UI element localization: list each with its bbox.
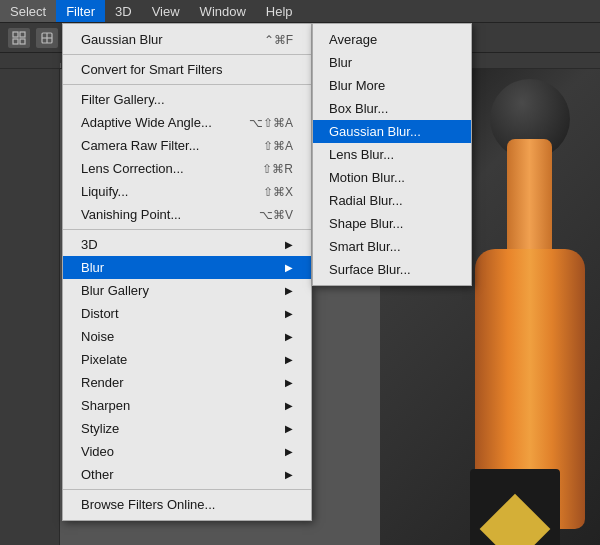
filter-menu-item-render-label: Render: [81, 375, 124, 390]
filter-menu-item-convert-smart-label: Convert for Smart Filters: [81, 62, 223, 77]
blur-submenu-item-motion-blur[interactable]: Motion Blur...: [313, 166, 471, 189]
bottle-label: [470, 469, 560, 545]
filter-menu-item-vanishing-point[interactable]: Vanishing Point... ⌥⌘V: [63, 203, 311, 226]
filter-menu-item-stylize[interactable]: Stylize ▶: [63, 417, 311, 440]
filter-menu-item-convert-smart[interactable]: Convert for Smart Filters: [63, 58, 311, 81]
filter-menu-item-other-label: Other: [81, 467, 114, 482]
filter-menu-item-lens-correction-shortcut: ⇧⌘R: [262, 162, 293, 176]
menubar: Select Filter 3D View Window Help: [0, 0, 600, 23]
filter-menu-item-distort-label: Distort: [81, 306, 119, 321]
filter-menu-item-pixelate[interactable]: Pixelate ▶: [63, 348, 311, 371]
filter-menu-item-blur-gallery-arrow: ▶: [285, 285, 293, 296]
filter-menu-item-browse-filters-label: Browse Filters Online...: [81, 497, 215, 512]
bottle-body: [475, 249, 585, 529]
filter-menu-item-camera-raw-shortcut: ⇧⌘A: [263, 139, 293, 153]
filter-menu-item-noise-arrow: ▶: [285, 331, 293, 342]
filter-menu-item-adaptive-wide-shortcut: ⌥⇧⌘A: [249, 116, 293, 130]
blur-submenu: Average Blur Blur More Box Blur... Gauss…: [312, 23, 472, 286]
blur-submenu-item-blur-label: Blur: [329, 55, 352, 70]
filter-menu-item-adaptive-wide-label: Adaptive Wide Angle...: [81, 115, 212, 130]
filter-menu-item-adaptive-wide[interactable]: Adaptive Wide Angle... ⌥⇧⌘A: [63, 111, 311, 134]
blur-submenu-item-radial-blur[interactable]: Radial Blur...: [313, 189, 471, 212]
menu-separator-4: [63, 489, 311, 490]
filter-menu-item-render[interactable]: Render ▶: [63, 371, 311, 394]
filter-menu-item-3d-arrow: ▶: [285, 239, 293, 250]
svg-rect-3: [20, 39, 25, 44]
filter-menu-item-camera-raw-label: Camera Raw Filter...: [81, 138, 199, 153]
filter-menu-item-vanishing-point-label: Vanishing Point...: [81, 207, 181, 222]
blur-submenu-item-lens-blur[interactable]: Lens Blur...: [313, 143, 471, 166]
filter-menu-item-sharpen-arrow: ▶: [285, 400, 293, 411]
filter-menu-item-blur-label: Blur: [81, 260, 104, 275]
blur-submenu-item-smart-blur[interactable]: Smart Blur...: [313, 235, 471, 258]
blur-submenu-item-surface-blur-label: Surface Blur...: [329, 262, 411, 277]
filter-menu-item-3d[interactable]: 3D ▶: [63, 233, 311, 256]
filter-menu-item-render-arrow: ▶: [285, 377, 293, 388]
filter-menu-item-liquify-shortcut: ⇧⌘X: [263, 185, 293, 199]
filter-menu-item-vanishing-point-shortcut: ⌥⌘V: [259, 208, 293, 222]
filter-menu-item-video-label: Video: [81, 444, 114, 459]
menubar-item-3d[interactable]: 3D: [105, 0, 142, 22]
menu-separator-2: [63, 84, 311, 85]
filter-menu-item-other-arrow: ▶: [285, 469, 293, 480]
filter-menu-item-distort-arrow: ▶: [285, 308, 293, 319]
filter-menu-item-lens-correction[interactable]: Lens Correction... ⇧⌘R: [63, 157, 311, 180]
blur-submenu-item-blur[interactable]: Blur: [313, 51, 471, 74]
blur-submenu-item-lens-blur-label: Lens Blur...: [329, 147, 394, 162]
blur-submenu-item-blur-more[interactable]: Blur More: [313, 74, 471, 97]
blur-submenu-item-average[interactable]: Average: [313, 28, 471, 51]
filter-menu-item-liquify-label: Liquify...: [81, 184, 128, 199]
menubar-item-select[interactable]: Select: [0, 0, 56, 22]
filter-menu-item-blur-arrow: ▶: [285, 262, 293, 273]
svg-rect-0: [13, 32, 18, 37]
menu-separator-3: [63, 229, 311, 230]
filter-menu-item-noise[interactable]: Noise ▶: [63, 325, 311, 348]
blur-submenu-item-shape-blur-label: Shape Blur...: [329, 216, 403, 231]
filter-menu-item-browse-filters[interactable]: Browse Filters Online...: [63, 493, 311, 516]
filter-menu-item-3d-label: 3D: [81, 237, 98, 252]
filter-menu-item-lens-correction-label: Lens Correction...: [81, 161, 184, 176]
filter-menu-item-stylize-arrow: ▶: [285, 423, 293, 434]
filter-menu-item-noise-label: Noise: [81, 329, 114, 344]
filter-menu-item-video-arrow: ▶: [285, 446, 293, 457]
blur-submenu-item-gaussian-blur-label: Gaussian Blur...: [329, 124, 421, 139]
toolbar-icon-1[interactable]: [8, 28, 30, 48]
filter-menu-item-gaussian-blur-last-label: Gaussian Blur: [81, 32, 163, 47]
filter-menu-item-distort[interactable]: Distort ▶: [63, 302, 311, 325]
blur-submenu-item-box-blur[interactable]: Box Blur...: [313, 97, 471, 120]
svg-rect-2: [13, 39, 18, 44]
filter-menu-item-filter-gallery[interactable]: Filter Gallery...: [63, 88, 311, 111]
filter-menu-item-video[interactable]: Video ▶: [63, 440, 311, 463]
menubar-item-view[interactable]: View: [142, 0, 190, 22]
filter-menu: Gaussian Blur ⌃⌘F Convert for Smart Filt…: [62, 23, 312, 521]
blur-submenu-item-motion-blur-label: Motion Blur...: [329, 170, 405, 185]
menubar-item-help[interactable]: Help: [256, 0, 303, 22]
bottle-label-diamond: [480, 494, 551, 545]
left-panel: [0, 69, 60, 545]
blur-submenu-item-average-label: Average: [329, 32, 377, 47]
menubar-item-filter[interactable]: Filter: [56, 0, 105, 22]
filter-menu-item-stylize-label: Stylize: [81, 421, 119, 436]
filter-menu-item-pixelate-label: Pixelate: [81, 352, 127, 367]
filter-menu-item-gaussian-blur-last[interactable]: Gaussian Blur ⌃⌘F: [63, 28, 311, 51]
filter-menu-item-camera-raw[interactable]: Camera Raw Filter... ⇧⌘A: [63, 134, 311, 157]
filter-menu-item-filter-gallery-label: Filter Gallery...: [81, 92, 165, 107]
blur-submenu-item-shape-blur[interactable]: Shape Blur...: [313, 212, 471, 235]
filter-menu-item-pixelate-arrow: ▶: [285, 354, 293, 365]
blur-submenu-item-surface-blur[interactable]: Surface Blur...: [313, 258, 471, 281]
filter-menu-item-other[interactable]: Other ▶: [63, 463, 311, 486]
blur-submenu-item-radial-blur-label: Radial Blur...: [329, 193, 403, 208]
filter-menu-item-blur[interactable]: Blur ▶: [63, 256, 311, 279]
filter-menu-item-blur-gallery[interactable]: Blur Gallery ▶: [63, 279, 311, 302]
bottle-neck: [507, 139, 552, 259]
filter-menu-item-liquify[interactable]: Liquify... ⇧⌘X: [63, 180, 311, 203]
menu-separator-1: [63, 54, 311, 55]
blur-submenu-item-gaussian-blur[interactable]: Gaussian Blur...: [313, 120, 471, 143]
filter-menu-item-blur-gallery-label: Blur Gallery: [81, 283, 149, 298]
blur-submenu-item-blur-more-label: Blur More: [329, 78, 385, 93]
filter-menu-item-sharpen-label: Sharpen: [81, 398, 130, 413]
menubar-item-window[interactable]: Window: [190, 0, 256, 22]
filter-menu-item-sharpen[interactable]: Sharpen ▶: [63, 394, 311, 417]
filter-menu-item-gaussian-blur-last-shortcut: ⌃⌘F: [264, 33, 293, 47]
toolbar-icon-2[interactable]: [36, 28, 58, 48]
